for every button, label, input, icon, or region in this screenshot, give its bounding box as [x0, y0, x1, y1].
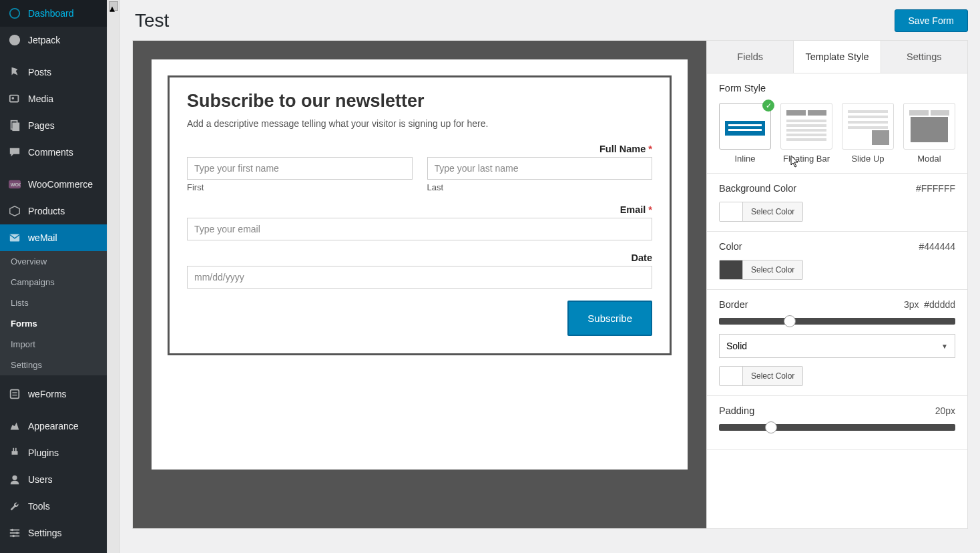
panel-body[interactable]: Form Style ✓ Inline	[707, 73, 967, 528]
sidebar-sub-lists[interactable]: Lists	[0, 293, 107, 313]
tab-fields[interactable]: Fields	[707, 41, 794, 73]
sidebar-label: Tools	[28, 501, 50, 512]
slider-handle[interactable]	[784, 315, 796, 327]
sidebar-label: Jetpack	[28, 35, 60, 45]
sidebar-label: Pages	[28, 120, 55, 131]
svg-point-1	[9, 35, 20, 45]
svg-rect-8	[10, 234, 19, 242]
sidebar-item-settings[interactable]: Settings	[0, 520, 107, 546]
sidebar-item-posts[interactable]: Posts	[0, 59, 107, 85]
sidebar-label: Comments	[28, 147, 73, 158]
border-style-select[interactable]: Solid ▼	[719, 334, 955, 358]
save-form-button[interactable]: Save Form	[895, 9, 968, 32]
border-title: Border	[719, 299, 748, 310]
editor-container: Subscribe to our newsletter Add a descri…	[132, 40, 968, 529]
svg-point-16	[11, 529, 14, 532]
woo-icon: WOO	[8, 178, 21, 191]
bg-select-color-button[interactable]: Select Color	[742, 202, 802, 221]
sidebar-item-appearance[interactable]: Appearance	[0, 413, 107, 439]
subscribe-button[interactable]: Subscribe	[567, 301, 652, 336]
tab-template-style[interactable]: Template Style	[794, 41, 881, 73]
products-icon	[8, 204, 21, 218]
page-scrollbar[interactable]: ▴	[107, 0, 120, 553]
svg-point-18	[12, 535, 15, 538]
border-color-swatch	[720, 367, 742, 385]
form-frame: Subscribe to our newsletter Add a descri…	[168, 75, 672, 355]
padding-slider[interactable]	[719, 424, 955, 431]
section-border: Border 3px #ddddd Solid ▼ Select Color	[707, 290, 967, 396]
border-color-picker[interactable]: Select Color	[719, 366, 803, 386]
sidebar-item-products[interactable]: Products	[0, 198, 107, 224]
full-name-label: Full Name *	[187, 144, 652, 154]
sidebar-sub-overview[interactable]: Overview	[0, 251, 107, 272]
date-label: Date	[187, 252, 652, 263]
color-value: #444444	[919, 241, 955, 252]
bg-color-value: #FFFFFF	[916, 183, 955, 194]
page-icon	[8, 119, 21, 132]
style-label: Floating Bar	[780, 154, 832, 164]
svg-point-3	[12, 97, 15, 100]
mail-icon	[8, 231, 21, 244]
form-title: Subscribe to our newsletter	[187, 91, 652, 112]
sidebar-item-wemail[interactable]: weMail	[0, 224, 107, 251]
svg-rect-11	[12, 395, 17, 395]
bg-color-title: Background Color	[719, 183, 796, 194]
admin-sidebar: Dashboard Jetpack Posts Media Pages Comm…	[0, 0, 107, 553]
svg-rect-2	[10, 96, 19, 102]
sidebar-item-users[interactable]: Users	[0, 466, 107, 493]
sidebar-item-comments[interactable]: Comments	[0, 139, 107, 166]
bg-color-picker[interactable]: Select Color	[719, 202, 803, 222]
sidebar-item-tools[interactable]: Tools	[0, 493, 107, 520]
svg-rect-10	[12, 392, 17, 393]
sidebar-item-weforms[interactable]: weForms	[0, 381, 107, 407]
color-swatch	[720, 260, 742, 279]
sidebar-sub-settings[interactable]: Settings	[0, 355, 107, 375]
svg-point-17	[16, 532, 19, 534]
border-width-slider[interactable]	[719, 318, 955, 325]
email-input[interactable]	[187, 218, 652, 240]
sidebar-item-pages[interactable]: Pages	[0, 112, 107, 139]
sidebar-label: Posts	[28, 67, 51, 77]
sidebar-sub-campaigns[interactable]: Campaigns	[0, 272, 107, 293]
style-option-inline[interactable]: ✓	[719, 103, 771, 150]
color-select-button[interactable]: Select Color	[742, 260, 802, 279]
section-background-color: Background Color #FFFFFF Select Color	[707, 174, 967, 232]
style-option-floating-bar[interactable]	[780, 103, 832, 150]
border-select-color-button[interactable]: Select Color	[742, 367, 802, 385]
style-option-slide-up[interactable]	[842, 103, 894, 150]
scrollbar-up-arrow[interactable]: ▴	[109, 1, 118, 11]
sidebar-sub-forms[interactable]: Forms	[0, 313, 107, 334]
last-sub-label: Last	[427, 182, 653, 192]
date-input[interactable]	[187, 266, 652, 289]
sidebar-label: Media	[28, 94, 53, 104]
section-color: Color #444444 Select Color	[707, 232, 967, 290]
svg-rect-9	[11, 390, 19, 399]
sidebar-item-dashboard[interactable]: Dashboard	[0, 0, 107, 27]
color-title: Color	[719, 241, 742, 252]
sidebar-label: Appearance	[28, 421, 79, 431]
slider-handle[interactable]	[765, 421, 777, 433]
panel-tabs: Fields Template Style Settings	[707, 41, 967, 73]
first-name-input[interactable]	[187, 157, 413, 180]
sidebar-sub-import[interactable]: Import	[0, 334, 107, 355]
tab-settings[interactable]: Settings	[881, 41, 967, 73]
page-title: Test	[132, 10, 169, 31]
style-option-modal[interactable]	[903, 103, 955, 150]
last-name-input[interactable]	[427, 157, 653, 180]
top-bar: Test Save Form	[132, 9, 968, 32]
sidebar-item-woocommerce[interactable]: WOO WooCommerce	[0, 171, 107, 198]
first-sub-label: First	[187, 182, 413, 192]
properties-panel: Fields Template Style Settings Form Styl…	[706, 41, 967, 528]
padding-value: 20px	[935, 405, 955, 416]
sidebar-label: Users	[28, 474, 53, 485]
sidebar-label: weMail	[28, 232, 57, 243]
sidebar-label: Plugins	[28, 447, 59, 458]
svg-point-12	[12, 476, 17, 480]
select-value: Solid	[726, 341, 747, 351]
sidebar-item-plugins[interactable]: Plugins	[0, 439, 107, 466]
color-picker[interactable]: Select Color	[719, 260, 803, 280]
form-description: Add a descriptive message telling what y…	[187, 118, 652, 129]
sidebar-item-media[interactable]: Media	[0, 85, 107, 112]
style-label: Inline	[719, 154, 771, 164]
sidebar-item-jetpack[interactable]: Jetpack	[0, 27, 107, 53]
